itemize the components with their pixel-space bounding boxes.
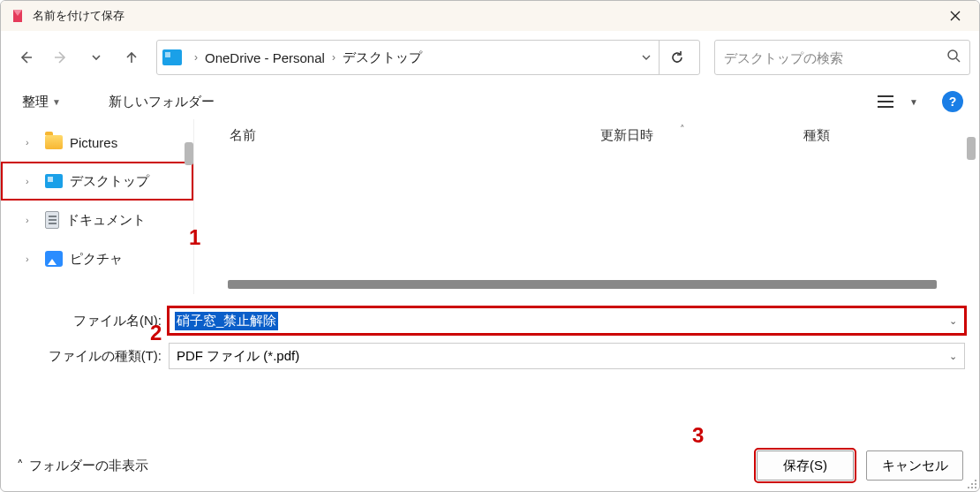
expand-icon[interactable]: › xyxy=(26,137,38,148)
column-headers: 名前 更新日時 ˄ 種類 xyxy=(194,119,979,151)
recent-dropdown[interactable] xyxy=(80,42,112,73)
footer: ˄ フォルダーの非表示 保存(S) キャンセル xyxy=(1,440,979,491)
search-icon[interactable] xyxy=(946,49,961,66)
hide-folders-toggle[interactable]: ˄ フォルダーの非表示 xyxy=(17,458,148,474)
sidebar-scrollbar[interactable] xyxy=(185,142,193,165)
organize-menu[interactable]: 整理 ▼ xyxy=(17,90,66,114)
search-box[interactable] xyxy=(714,40,970,75)
column-name[interactable]: 名前 xyxy=(230,127,600,144)
new-folder-label: 新しいフォルダー xyxy=(109,94,215,110)
filetype-select[interactable]: PDF ファイル (*.pdf) ⌄ xyxy=(169,343,965,369)
up-button[interactable] xyxy=(116,42,147,73)
filetype-dropdown-icon[interactable]: ⌄ xyxy=(949,351,957,362)
title-bar: 名前を付けて保存 xyxy=(1,1,979,31)
filelist-hscrollbar[interactable] xyxy=(228,280,937,289)
filename-input[interactable]: 硝子窓_禁止解除 ⌄ xyxy=(169,307,965,334)
tree-label: デスクトップ xyxy=(70,173,149,190)
chevron-right-icon[interactable]: › xyxy=(328,51,339,64)
pictures-icon xyxy=(45,251,63,267)
expand-icon[interactable]: › xyxy=(26,176,38,186)
organize-label: 整理 xyxy=(22,94,49,110)
filelist-scrollbar[interactable] xyxy=(967,137,976,160)
folder-icon xyxy=(45,135,63,149)
address-dropdown[interactable] xyxy=(634,51,659,64)
forward-button[interactable] xyxy=(45,42,77,73)
nav-bar: › OneDrive - Personal › デスクトップ xyxy=(1,31,979,84)
svg-point-2 xyxy=(948,50,957,59)
tree-label: ピクチャ xyxy=(70,251,123,268)
help-button[interactable]: ? xyxy=(942,91,963,112)
filename-dropdown-icon[interactable]: ⌄ xyxy=(949,315,957,327)
tree-label: Pictures xyxy=(70,135,117,150)
document-icon xyxy=(45,211,59,229)
refresh-button[interactable] xyxy=(659,40,694,75)
window-title: 名前を付けて保存 xyxy=(33,8,124,24)
filename-value: 硝子窓_禁止解除 xyxy=(175,312,278,330)
cancel-button[interactable]: キャンセル xyxy=(866,450,963,481)
nav-tree: › Pictures › デスクトップ › ドキュメント › ピクチャ xyxy=(1,119,193,294)
tree-item-documents[interactable]: › ドキュメント xyxy=(1,201,193,239)
column-date-label: 更新日時 xyxy=(600,127,653,142)
filename-label: ファイル名(N): xyxy=(15,313,162,329)
desktop-icon xyxy=(45,174,63,188)
close-button[interactable] xyxy=(935,1,976,31)
tree-item-pictures-jp[interactable]: › ピクチャ xyxy=(1,239,193,278)
fields-area: ファイル名(N): 硝子窓_禁止解除 ⌄ ファイルの種類(T): PDF ファイ… xyxy=(1,294,979,379)
chevron-right-icon[interactable]: › xyxy=(191,51,201,64)
body-area: › Pictures › デスクトップ › ドキュメント › ピクチャ 名前 更… xyxy=(1,119,979,294)
search-input[interactable] xyxy=(724,50,946,65)
annotation-1: 1 xyxy=(189,225,200,250)
column-type[interactable]: 種類 xyxy=(803,127,979,144)
hide-folders-label: フォルダーの非表示 xyxy=(29,458,148,474)
expand-icon[interactable]: › xyxy=(26,254,38,264)
app-icon xyxy=(10,8,26,24)
column-date[interactable]: 更新日時 ˄ xyxy=(600,127,803,144)
new-folder-button[interactable]: 新しいフォルダー xyxy=(103,90,220,114)
chevron-up-icon: ˄ xyxy=(17,458,24,473)
tree-label: ドキュメント xyxy=(66,212,146,229)
toolbar: 整理 ▼ 新しいフォルダー ▼ ? xyxy=(1,84,979,119)
back-button[interactable] xyxy=(10,42,41,73)
location-icon xyxy=(162,49,182,65)
breadcrumb-desktop[interactable]: デスクトップ xyxy=(339,49,426,66)
view-menu[interactable] xyxy=(873,95,898,109)
expand-icon[interactable]: › xyxy=(26,215,38,225)
tree-item-desktop[interactable]: › デスクトップ xyxy=(1,162,193,201)
caret-down-icon: ▼ xyxy=(52,97,61,107)
sort-caret-icon: ˄ xyxy=(680,124,685,135)
breadcrumb-onedrive[interactable]: OneDrive - Personal xyxy=(201,50,328,65)
file-list[interactable]: 名前 更新日時 ˄ 種類 xyxy=(193,119,979,294)
resize-grip[interactable] xyxy=(965,477,977,489)
address-bar[interactable]: › OneDrive - Personal › デスクトップ xyxy=(156,40,700,75)
filetype-label: ファイルの種類(T): xyxy=(15,348,162,365)
view-caret[interactable]: ▼ xyxy=(907,97,921,107)
filetype-value: PDF ファイル (*.pdf) xyxy=(177,348,299,365)
tree-item-pictures[interactable]: › Pictures xyxy=(1,123,193,162)
save-button[interactable]: 保存(S) xyxy=(757,450,854,481)
annotation-2: 2 xyxy=(150,321,162,345)
